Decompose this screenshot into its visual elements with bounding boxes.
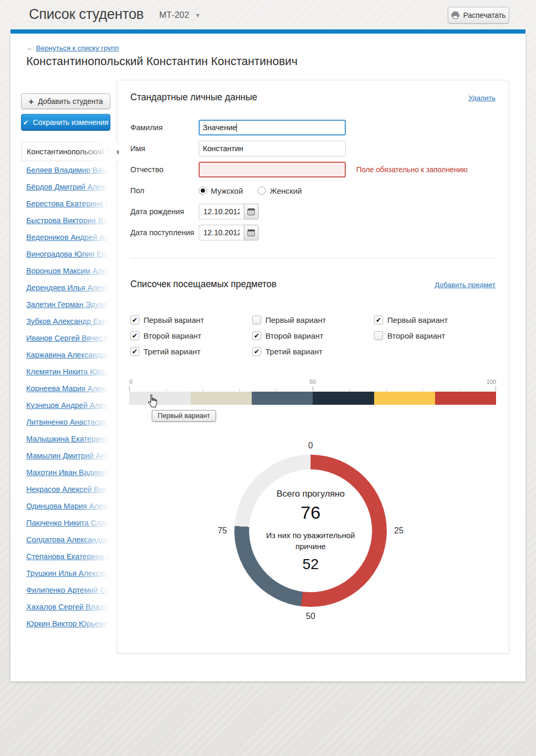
sidebar-student-link[interactable]: Каржавина Александра — [26, 346, 117, 363]
sidebar-student-link[interactable]: Виноградова Юлия Евге — [26, 246, 117, 262]
page-header-title: Список студентов — [29, 6, 143, 23]
add-student-button[interactable]: + Добавить студента — [21, 93, 110, 109]
sidebar-student-link[interactable]: Берестова Екатерина Вл — [26, 195, 117, 212]
donut-tick-50: 50 — [306, 612, 315, 621]
sidebar-student-link[interactable]: Воронцов Максим Алекс — [26, 262, 117, 279]
sidebar-student-link[interactable]: Некрасов Алексей Викто — [26, 481, 117, 498]
calendar-icon — [248, 208, 255, 215]
checkbox-unchecked-icon[interactable] — [374, 331, 383, 340]
bar-axis-tick-label: 100 — [487, 379, 496, 385]
sidebar-student-link[interactable]: Филипенко Артемий Сер — [26, 582, 117, 598]
birth-date-calendar-button[interactable] — [244, 204, 259, 219]
donut-center-subtitle: Из них по уважительной причине — [255, 530, 366, 552]
add-student-label: Добавить студента — [38, 97, 103, 106]
donut-total-value: 76 — [301, 502, 321, 523]
sidebar-student-link[interactable]: Трушкин Илья Александ — [26, 565, 117, 582]
print-button[interactable]: Распечатать — [448, 7, 509, 24]
personal-data-title: Стандартные личные данные — [130, 92, 257, 103]
admission-date-calendar-button[interactable] — [244, 225, 259, 240]
subjects-section-header: Списочек посещаемых предметов Добавить п… — [130, 279, 496, 290]
breadcrumb: ←Вернуться к списку групп — [26, 44, 119, 52]
middle-name-label: Отчество — [130, 165, 163, 174]
bar-axis-ticks — [129, 386, 496, 392]
subject-checkbox-label: Первый вариант — [387, 316, 448, 324]
sidebar-item-active-student[interactable]: Константинопольский Константин Константи… — [21, 142, 119, 161]
bar-axis-tick — [496, 386, 496, 391]
required-field-error: Поле обязательно к заполнению — [356, 165, 468, 174]
sidebar-student-link[interactable]: Мамылин Дмитрий Андр — [26, 447, 117, 464]
gender-label: Пол — [130, 186, 145, 195]
check-mark: ✔ — [376, 317, 382, 323]
bar-axis-labels: 050100 — [129, 379, 496, 386]
checkbox-checked-icon[interactable]: ✔ — [252, 347, 261, 356]
sidebar-student-link[interactable]: Юркин Виктор Юрьевич — [26, 615, 117, 632]
sidebar-student-link[interactable]: Дерендяев Илья Алекса — [26, 279, 117, 296]
sidebar-student-link[interactable]: Залетин Герман Эдуардо — [26, 296, 117, 313]
first-name-row: Имя — [130, 138, 496, 159]
admission-date-field[interactable] — [199, 225, 244, 240]
subject-checkbox-item[interactable]: ✔Первый вариант — [130, 316, 252, 324]
bar-segment[interactable] — [313, 392, 374, 405]
check-mark: ✔ — [254, 332, 260, 339]
sidebar-student-link[interactable]: Иванов Сергей Вячесла — [26, 330, 117, 346]
sidebar-student-link[interactable]: Кузнецов Андрей Алекс — [26, 397, 117, 414]
last-name-field[interactable] — [199, 120, 346, 135]
sidebar-student-link[interactable]: Хахалов Сергей Владим — [26, 598, 117, 615]
checkbox-checked-icon[interactable]: ✔ — [130, 331, 139, 340]
back-to-groups-link[interactable]: Вернуться к списку групп — [36, 44, 119, 52]
sidebar-student-link[interactable]: Паюченко Никита Славо — [26, 514, 117, 531]
checkbox-checked-icon[interactable]: ✔ — [130, 347, 139, 356]
bar-segment[interactable] — [191, 392, 252, 405]
checkbox-checked-icon[interactable]: ✔ — [130, 316, 139, 324]
radio-unchecked-icon — [257, 186, 266, 195]
check-mark: ✔ — [132, 317, 138, 323]
subject-checkbox-item[interactable]: ✔Второй вариант — [252, 331, 374, 340]
sidebar-student-link[interactable]: Степанова Екатерина Ни — [26, 548, 117, 565]
sidebar-student-link[interactable]: Бёрдов Дмитрий Алекса — [26, 178, 117, 195]
save-changes-button[interactable]: ✔ Сохранить изменения — [21, 114, 110, 131]
gender-male-option[interactable]: Мужской — [199, 186, 243, 195]
sidebar-student-link[interactable]: Ведерников Андрей Але — [26, 229, 117, 246]
sidebar-student-link[interactable]: Махотин Иван Вадимов — [26, 464, 117, 481]
subject-checkbox-label: Третий вариант — [143, 347, 201, 356]
checkbox-column: ✔Первый вариант✔Второй вариант✔Третий ва… — [130, 316, 252, 356]
bar-axis-tick — [276, 388, 276, 391]
delete-student-link[interactable]: Удалить — [468, 94, 496, 102]
sidebar-student-link[interactable]: Клемятин Никита Юрьев — [26, 363, 117, 380]
sidebar-student-link[interactable]: Малышкина Екатерина — [26, 430, 117, 447]
bar-segment[interactable] — [374, 392, 436, 405]
subject-checkbox-item[interactable]: ✔Второй вариант — [130, 331, 252, 340]
save-changes-label: Сохранить изменения — [33, 118, 109, 127]
sidebar-student-link[interactable]: Литвиненко Анастасия — [26, 414, 117, 430]
group-selector-value: МТ-202 — [159, 10, 189, 20]
sidebar-student-link[interactable]: Корнеева Мария Алексе — [26, 380, 117, 397]
add-subject-link[interactable]: Добавить предмет — [435, 281, 496, 289]
subject-checkbox-item[interactable]: Первый вариант — [252, 316, 374, 324]
check-icon: ✔ — [23, 119, 29, 126]
first-name-label: Имя — [130, 144, 145, 153]
subject-checkbox-item[interactable]: ✔Третий вариант — [252, 347, 374, 356]
group-selector[interactable]: МТ-202 ▼ — [159, 10, 201, 20]
checkbox-checked-icon[interactable]: ✔ — [374, 316, 383, 324]
middle-name-field[interactable] — [199, 162, 346, 177]
bar-segment[interactable] — [435, 392, 496, 405]
student-list: Беляев Владимир ВасильБёрдов Дмитрий Але… — [21, 162, 117, 632]
bar-segment[interactable] — [129, 392, 191, 405]
sidebar-student-link[interactable]: Быстрова Виктория Влад — [26, 212, 117, 229]
bar-segment[interactable] — [252, 392, 313, 405]
check-mark: ✔ — [132, 348, 138, 355]
subject-checkbox-item[interactable]: ✔Третий вариант — [130, 347, 252, 356]
sidebar-student-link[interactable]: Солдатова Александра — [26, 531, 117, 548]
gender-female-option[interactable]: Женский — [257, 186, 302, 195]
sidebar-student-link[interactable]: Зубков Александр Евген — [26, 313, 117, 330]
sidebar-student-link[interactable]: Одинцова Мария Алекса — [26, 498, 117, 514]
check-mark: ✔ — [132, 332, 138, 339]
subject-checkbox-item[interactable]: ✔Первый вариант — [374, 316, 496, 324]
checkbox-unchecked-icon[interactable] — [252, 316, 261, 324]
checkbox-checked-icon[interactable]: ✔ — [252, 331, 261, 340]
first-name-field[interactable] — [199, 141, 346, 156]
birth-date-field[interactable] — [199, 204, 244, 219]
sidebar-student-link[interactable]: Беляев Владимир Василь — [26, 162, 117, 178]
subject-checkbox-item[interactable]: Второй вариант — [374, 331, 496, 340]
gender-male-label: Мужской — [211, 186, 243, 195]
